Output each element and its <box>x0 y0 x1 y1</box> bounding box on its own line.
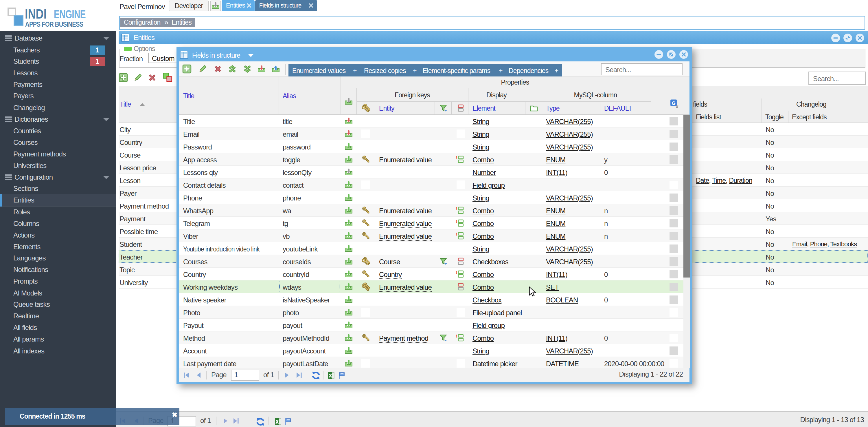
svg-text:!: ! <box>456 270 457 275</box>
svg-text:!: ! <box>456 334 457 338</box>
svg-text:!: ! <box>456 155 457 160</box>
svg-text:x: x <box>676 104 679 108</box>
svg-text:!: ! <box>456 206 457 211</box>
svg-text:!: ! <box>456 232 457 236</box>
svg-text:!: ! <box>456 219 457 224</box>
svg-text:G: G <box>672 101 676 106</box>
